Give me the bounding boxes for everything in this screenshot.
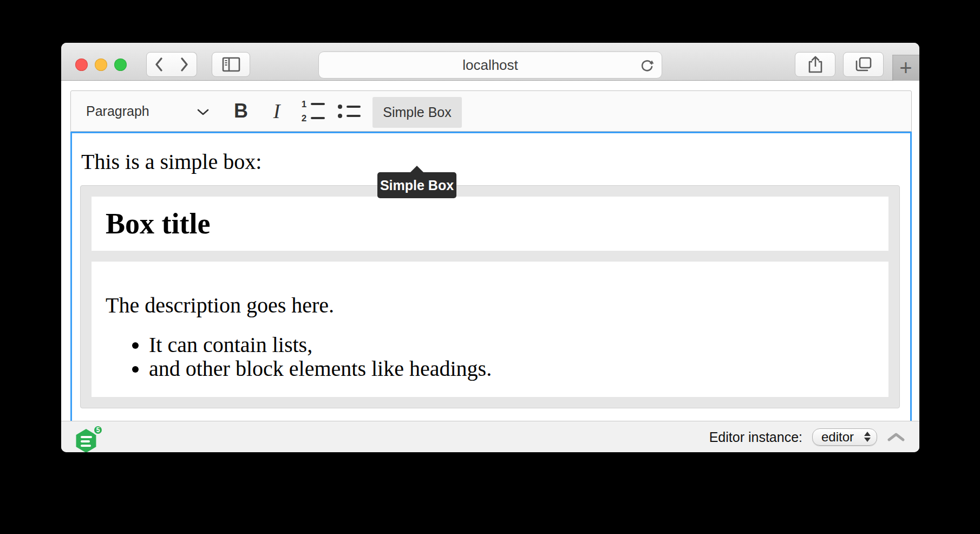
browser-window: localhost	[61, 43, 919, 452]
share-button[interactable]	[795, 52, 835, 77]
sidebar-toggle-button[interactable]	[212, 52, 250, 77]
forward-button[interactable]	[171, 52, 197, 77]
minimize-window-button[interactable]	[95, 58, 107, 71]
list-item: It can contain lists,	[149, 333, 874, 357]
sidebar-icon	[222, 57, 240, 72]
back-button[interactable]	[146, 52, 172, 77]
editor-editable-area[interactable]: This is a simple box: Box title The desc…	[70, 132, 912, 421]
inspector-footer-bar: 5 Editor instance: editor	[61, 421, 919, 452]
reload-icon[interactable]	[639, 57, 655, 74]
ckeditor-logo[interactable]: 5	[75, 428, 108, 452]
browser-toolbar: localhost	[61, 43, 919, 81]
numbered-list-button[interactable]: 1 2	[296, 95, 330, 127]
address-bar[interactable]: localhost	[318, 51, 662, 79]
heading-dropdown-value: Paragraph	[86, 103, 149, 119]
description-paragraph: The description goes here.	[106, 293, 874, 318]
version-badge: 5	[93, 425, 103, 435]
italic-button[interactable]: I	[262, 95, 292, 127]
chevron-left-icon	[153, 56, 165, 73]
bulleted-list-button[interactable]	[332, 95, 365, 127]
simple-box-button[interactable]: Simple Box	[373, 97, 462, 128]
box-title[interactable]: Box title	[92, 197, 888, 251]
address-text: localhost	[462, 57, 518, 74]
selected-instance: editor	[821, 429, 854, 445]
intro-paragraph: This is a simple box:	[81, 149, 902, 174]
chevron-right-icon	[178, 56, 190, 73]
tooltip-text: Simple Box	[380, 178, 454, 193]
box-description[interactable]: The description goes here. It can contai…	[92, 262, 888, 397]
chevron-down-icon	[197, 108, 210, 116]
simple-box-widget[interactable]: Box title The description goes here. It …	[80, 185, 900, 408]
simple-box-button-label: Simple Box	[383, 105, 451, 120]
new-tab-button[interactable]: +	[892, 55, 919, 81]
bold-button[interactable]: B	[226, 95, 256, 127]
italic-icon: I	[273, 99, 280, 123]
tab-overview-icon	[855, 56, 872, 73]
editor-instance-label: Editor instance:	[709, 429, 802, 445]
close-window-button[interactable]	[75, 58, 88, 71]
tooltip-arrow	[410, 166, 424, 173]
heading-dropdown[interactable]: Paragraph	[77, 95, 218, 127]
zoom-window-button[interactable]	[114, 58, 127, 71]
select-arrows-icon	[864, 432, 871, 442]
tab-overview-button[interactable]	[843, 52, 884, 77]
list-item: and other block elements like headings.	[149, 357, 874, 381]
simple-box-tooltip: Simple Box	[377, 172, 456, 198]
numbered-list-icon: 1 2	[301, 100, 325, 123]
expand-inspector-button[interactable]	[887, 432, 905, 442]
bold-icon: B	[234, 100, 248, 122]
share-icon	[807, 55, 824, 74]
editor-instance-select[interactable]: editor	[812, 428, 877, 446]
description-list: It can contain lists, and other block el…	[106, 333, 874, 381]
bulleted-list-icon	[337, 105, 361, 118]
web-page: Paragraph B I 1 2	[61, 81, 919, 421]
editor-toolbar: Paragraph B I 1 2	[70, 90, 912, 132]
